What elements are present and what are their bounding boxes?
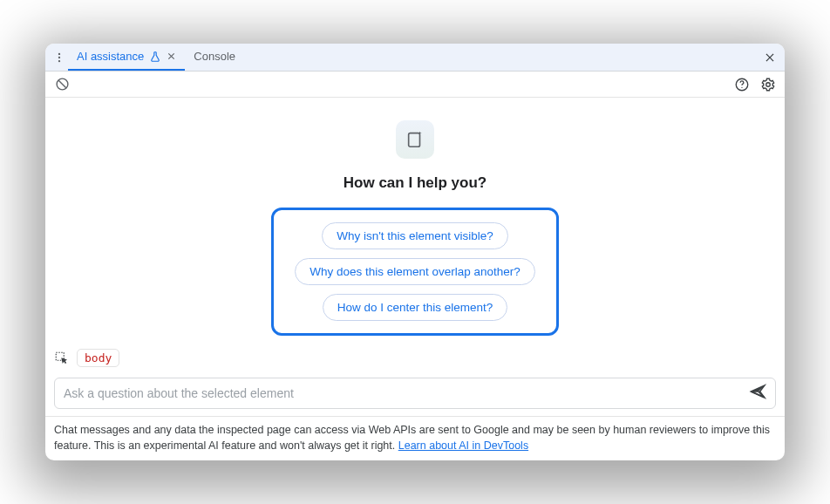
input-wrap (54, 378, 776, 409)
svg-point-5 (741, 86, 742, 87)
svg-point-6 (766, 82, 771, 86)
close-panel-button[interactable] (755, 44, 785, 71)
suggestions-box: Why isn't this element visible? Why does… (271, 208, 559, 336)
clear-button[interactable] (52, 75, 71, 94)
question-input[interactable] (64, 386, 742, 400)
heading: How can I help you? (344, 174, 486, 192)
tab-ai-assistance[interactable]: AI assistance (68, 44, 185, 71)
ai-spark-icon (396, 120, 434, 159)
suggestion-chip[interactable]: Why does this element overlap another? (295, 258, 535, 285)
element-picker-icon[interactable] (54, 351, 70, 366)
flask-icon (149, 51, 161, 63)
svg-rect-7 (409, 133, 420, 147)
tab-label: AI assistance (77, 50, 144, 63)
input-row (45, 372, 785, 416)
context-bar: body (45, 344, 785, 372)
main-area: How can I help you? Why isn't this eleme… (45, 98, 785, 344)
send-button[interactable] (749, 383, 766, 404)
svg-point-2 (58, 59, 60, 61)
suggestion-chip[interactable]: How do I center this element? (323, 294, 508, 321)
tab-console[interactable]: Console (185, 44, 244, 71)
devtools-panel: AI assistance Console (45, 44, 785, 460)
toolbar (45, 72, 785, 98)
svg-point-1 (58, 56, 60, 58)
tab-bar: AI assistance Console (45, 44, 785, 72)
selected-element-chip[interactable]: body (77, 349, 119, 367)
settings-button[interactable] (759, 75, 778, 94)
svg-point-0 (58, 52, 60, 54)
more-tabs-button[interactable] (51, 44, 68, 71)
tab-label: Console (194, 50, 235, 63)
footer-link[interactable]: Learn about AI in DevTools (398, 439, 528, 452)
suggestion-chip[interactable]: Why isn't this element visible? (322, 222, 508, 249)
help-button[interactable] (732, 75, 752, 94)
close-tab-button[interactable] (167, 51, 176, 63)
footer-disclaimer: Chat messages and any data the inspected… (45, 416, 785, 460)
